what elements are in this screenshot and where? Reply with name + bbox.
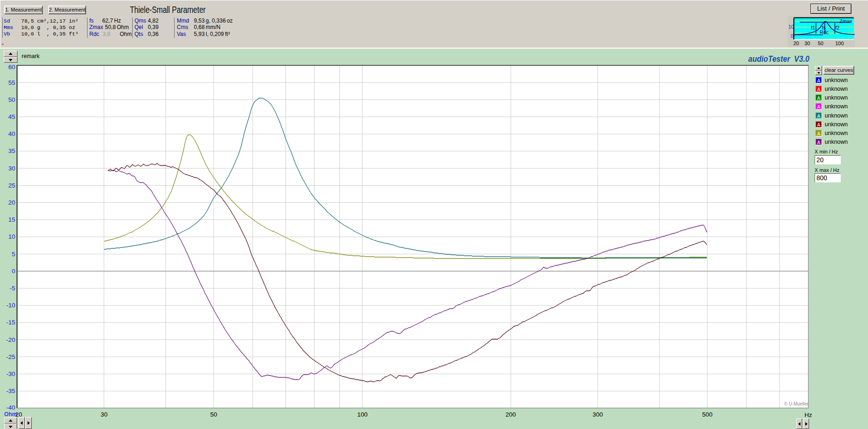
svg-text:Zmax: Zmax: [839, 18, 852, 24]
svg-text:50: 50: [818, 41, 823, 46]
svg-text:Rdc: Rdc: [820, 29, 829, 35]
svg-text:100: 100: [835, 41, 844, 46]
svg-text:10: 10: [788, 24, 794, 29]
svg-text:f1: f1: [811, 25, 815, 30]
svg-text:f2: f2: [835, 25, 839, 30]
svg-text:20: 20: [793, 41, 799, 46]
svg-text:30: 30: [804, 41, 810, 46]
svg-text:0: 0: [791, 33, 793, 39]
